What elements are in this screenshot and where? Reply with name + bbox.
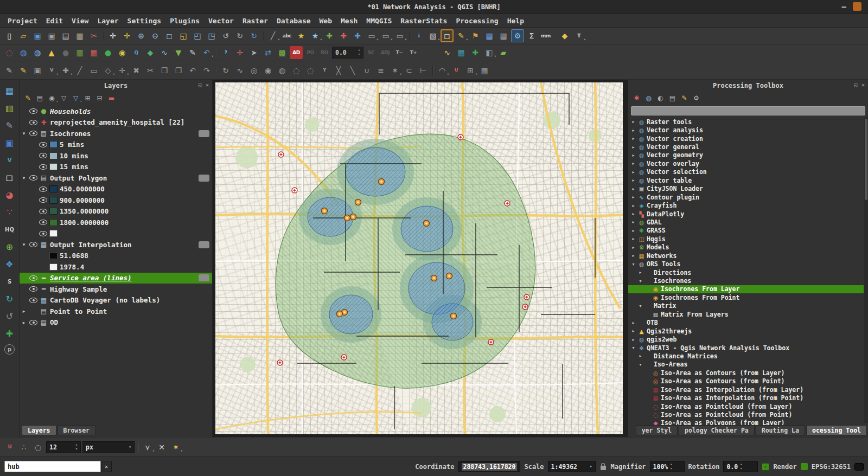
pan-map-icon[interactable]: ✛ [106,29,119,42]
split-features-icon[interactable]: ╳ [332,64,345,77]
provider-qneat3[interactable]: ▾ ❖ QNEAT3 - Qgis Network Analysis Toolb… [628,344,864,352]
legend-900[interactable]: 900.0000000 [20,195,212,206]
raster-grid-icon[interactable]: ▦ [497,29,510,42]
provider-grass[interactable]: ▸ ❋ GRASS [628,227,864,235]
annotation-red-icon[interactable]: ✚ [337,29,350,42]
visibility-eye-icon[interactable] [39,209,47,214]
alg-isochrones-from-point[interactable]: ◉ Isochrones From Point [628,293,864,301]
blue-square-plugin-icon[interactable]: ▣ [3,136,16,149]
ro-tool-icon[interactable]: RO [318,46,331,59]
nav-arrow-icon[interactable]: ➤ [247,46,260,59]
flags-icon[interactable]: ⚑ [469,29,482,42]
tracing-icon[interactable]: ◠ [436,64,449,77]
magnifier-spin[interactable]: 100% ▴▾ [650,461,685,472]
grid-red-icon[interactable]: ▦ [87,46,100,59]
visibility-eye-icon[interactable] [39,231,47,236]
close-panel-icon[interactable]: ✕ [206,82,209,88]
tab-layer-styling[interactable]: yer Styl [636,425,678,435]
refresh-dark-icon[interactable]: ↺ [3,310,16,323]
attribute-table-icon[interactable]: ▦ [483,29,496,42]
scrollbar[interactable] [864,118,868,423]
close-panel-icon[interactable]: ✕ [861,82,865,88]
layer-highway-sample[interactable]: ━ Highway Sample [20,284,212,295]
crosshair-icon[interactable]: ✛ [233,46,246,59]
visibility-eye-icon[interactable] [39,153,47,158]
layer-15-mins[interactable]: 15 mins [20,162,212,173]
deselect-features-icon[interactable]: ◌ [3,46,16,59]
provider-dataplotly[interactable]: ▸ ▚ DataPlotly [628,210,864,218]
swirl-icon[interactable]: ◉ [116,46,129,59]
provider-networks[interactable]: ▸ ▦ Networks [628,252,864,260]
provider-cityjson[interactable]: ▸ ▣ CityJSON Loader [628,185,864,193]
layer-10-mins[interactable]: 10 mins [20,150,212,162]
grid-options-icon[interactable]: ⊞ [464,64,477,77]
offset-curve-icon[interactable]: ⊂ [403,64,416,77]
tab-topology-checker[interactable]: pology Checker Pa [679,425,755,435]
tab-processing-toolbox[interactable]: ocessing Tool [806,425,867,435]
menu-project[interactable]: Project [3,16,42,26]
scrollbar-thumb[interactable] [865,119,867,200]
provider-qgis2web[interactable]: ▸ ◍ qgis2web [628,335,864,343]
dark-globe-icon[interactable]: ● [59,46,72,59]
provider-crayfish[interactable]: ▸ ◈ Crayfish [628,201,864,209]
advanced-digitizing-panel-icon[interactable]: ▦ [478,64,491,77]
expand-arrow-icon[interactable]: ▾ [637,304,643,308]
advanced-digitizing-angle-spin[interactable]: 0.0 ▴▾ [332,47,363,59]
expand-arrow-icon[interactable]: ▸ [630,211,636,216]
layers-compare-icon[interactable]: ⇄ [261,46,275,59]
group-matrix[interactable]: ▾ Matrix [628,302,864,310]
add-point-feature-icon[interactable]: ✚ [59,64,72,77]
data-source-manager-icon[interactable]: ▦ [3,84,16,97]
menu-edit[interactable]: Edit [42,16,67,26]
visibility-eye-icon[interactable] [29,275,37,281]
expand-arrow-icon[interactable]: ▸ [630,136,636,141]
layer-hospitals[interactable]: ✚ reprojected_amenity_hospital [22] [20,117,212,128]
add-green-icon[interactable]: ✚ [469,46,482,59]
expand-arrow-icon[interactable]: ▸ [630,329,636,333]
form-annotation-icon[interactable]: ▭ [393,29,406,42]
new-print-layout-icon[interactable]: ▤ [59,29,72,42]
group-iso-areas[interactable]: ▾ Iso-Areas [628,361,864,369]
visibility-eye-icon[interactable] [29,175,37,181]
provider-vector-overlay[interactable]: ▸ ◍ Vector overlay [628,159,864,168]
expand-arrow-icon[interactable]: ▾ [21,242,27,247]
allow-edits-icon[interactable]: ✎ [3,64,16,77]
save-project-as-icon[interactable]: ▣ [45,29,58,42]
add-green-circle-icon[interactable]: ✚ [3,327,16,340]
expand-arrow-icon[interactable]: ▸ [630,320,636,325]
pencil-icon[interactable]: ✎ [186,46,199,59]
topological-editing-icon[interactable]: ⋎ [141,441,154,454]
provider-otb[interactable]: ▸ OTB [628,319,864,327]
provider-contour[interactable]: ▸ ∿ Contour plugin [628,193,864,201]
alg-iso-pointcloud-layer[interactable]: ◌ Iso-Area as Pointcloud (from Layer) [628,402,864,410]
map-tips-icon[interactable]: abc [280,29,293,42]
edit-labels-icon[interactable]: ✎ [455,29,468,42]
gradient-icon[interactable]: ◧ [483,46,496,59]
layer-service-area-lines[interactable]: ━ Service area (lines) [20,273,212,284]
delete-ring-icon[interactable]: ◌ [290,64,303,77]
reshape-features-icon[interactable]: Y [318,64,331,77]
alg-iso-interpolation-point[interactable]: ▦ Iso-Area as Interpolation (from Point) [628,394,864,402]
add-ring-icon[interactable]: ◎ [247,64,260,77]
crs-label[interactable]: EPSG:32651 [812,463,851,471]
delete-selected-icon[interactable]: ✖ [130,64,143,77]
select-by-polygon-icon[interactable]: ◻ [441,29,454,42]
search-green-icon[interactable]: ⊕ [3,240,16,253]
layout-manager-icon[interactable]: ▥ [73,29,86,42]
t-plus-icon[interactable]: T+ [407,46,420,59]
group-isochrones[interactable]: ▾ ▤ Isochrones [20,128,212,139]
georeferencer-icon[interactable]: ▩ [276,46,289,59]
expand-arrow-icon[interactable]: ▸ [21,320,27,325]
zoom-out-icon[interactable]: ⊖ [149,29,162,42]
menu-vector[interactable]: Vector [204,16,238,26]
expand-arrow-icon[interactable]: ▸ [630,203,636,208]
copy-features-icon[interactable]: ❐ [158,64,171,77]
visibility-eye-icon[interactable] [29,298,37,303]
search-q-icon[interactable]: Q [130,46,143,59]
add-line-feature-icon[interactable]: ╱ [73,64,86,77]
messages-icon[interactable] [854,463,864,471]
history-icon[interactable]: ◐ [655,93,666,104]
provider-hqgis[interactable]: ▸ ◫ Hqgis [628,235,864,243]
toggle-editing-icon[interactable]: ✎ [17,64,30,77]
render-checkbox[interactable]: ✓ [762,463,769,471]
